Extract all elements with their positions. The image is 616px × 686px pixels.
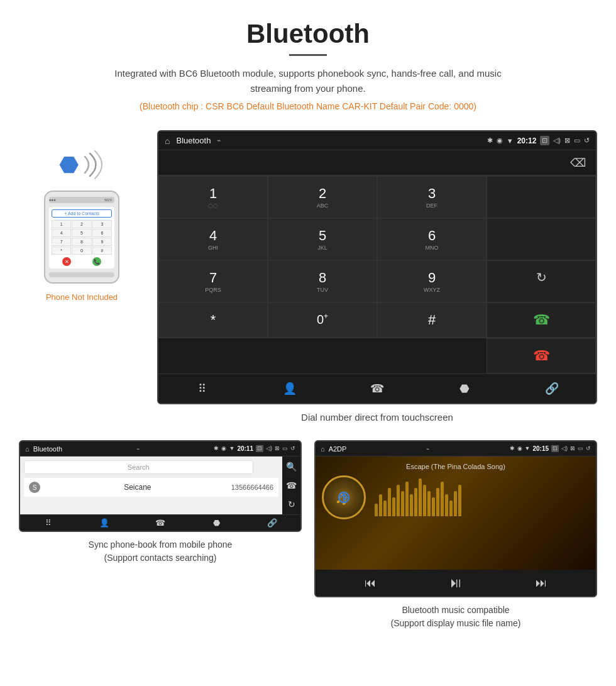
- dial-key-hash[interactable]: #: [377, 302, 487, 338]
- bottom-screenshots: ⌂ Bluetooth ⌁ ✱ ◉ ▼ 20:11 ⊡ ◁) ⊠ ▭ ↺: [0, 440, 616, 630]
- phonebook-status-icons: ✱ ◉ ▼ 20:11 ⊡ ◁) ⊠ ▭ ↺: [214, 445, 295, 452]
- dial-key-2[interactable]: 2 ABC: [268, 176, 377, 218]
- music-controls: ⏮ ⏯ ⏭: [316, 570, 596, 596]
- prev-track-button[interactable]: ⏮: [365, 577, 376, 590]
- music-visualizer: [372, 479, 590, 516]
- nav-phone-icon[interactable]: ☎: [333, 379, 421, 398]
- phone-home-bar: [49, 272, 114, 277]
- dialpad-grid: 1 ◌◌ 2 ABC 3 DEF 4 GHI 5: [158, 175, 596, 338]
- page-title: Bluetooth: [13, 19, 603, 49]
- bluetooth-large-icon: ⬣: [59, 152, 79, 178]
- pb-nav-dialpad[interactable]: ⠿: [20, 518, 76, 528]
- phonebook-home-icon[interactable]: ⌂: [25, 445, 30, 453]
- viz-bar: [383, 501, 387, 516]
- phone-device: ●●● M25 + Add to Contacts 1 2 3 4 5 6 7 …: [44, 191, 119, 284]
- pb-screen-icon: ▭: [282, 445, 288, 452]
- phone-screen: + Add to Contacts 1 2 3 4 5 6 7 8 9 * 0 …: [49, 207, 114, 268]
- ms-cam-icon: ⊡: [551, 445, 559, 452]
- nav-contacts-icon[interactable]: 👤: [246, 379, 333, 398]
- ms-vol-icon: ◁): [561, 445, 568, 452]
- ms-loc-icon: ◉: [517, 445, 522, 452]
- music-album-art: ♫: [322, 475, 366, 519]
- dial-key-7[interactable]: 7 PQRS: [158, 260, 268, 302]
- music-status-bar: ⌂ A2DP ⌁ ✱ ◉ ▼ 20:15 ⊡ ◁) ⊠ ▭ ↺: [316, 441, 596, 456]
- status-time: 20:12: [517, 136, 537, 145]
- viz-bar: [436, 488, 439, 516]
- back-icon[interactable]: ↺: [584, 136, 590, 145]
- usb-icon: ⌁: [217, 136, 221, 145]
- viz-bar: [427, 491, 431, 516]
- dial-key-8[interactable]: 8 TUV: [268, 260, 377, 302]
- phone-call-btn: 📞: [92, 257, 101, 266]
- pb-nav-bluetooth[interactable]: ⬣: [189, 518, 245, 528]
- dial-key-0[interactable]: 0+: [268, 302, 377, 338]
- phonebook-status-bar: ⌂ Bluetooth ⌁ ✱ ◉ ▼ 20:11 ⊡ ◁) ⊠ ▭ ↺: [20, 441, 300, 456]
- ms-close-icon[interactable]: ⊠: [570, 445, 575, 452]
- dial-key-6[interactable]: 6 MNO: [377, 218, 487, 260]
- viz-bar: [441, 482, 444, 516]
- page-subtitle: Integrated with BC6 Bluetooth module, su…: [94, 66, 522, 96]
- phonebook-screenshot-block: ⌂ Bluetooth ⌁ ✱ ◉ ▼ 20:11 ⊡ ◁) ⊠ ▭ ↺: [19, 440, 302, 630]
- next-track-button[interactable]: ⏭: [536, 577, 547, 590]
- pb-close-icon[interactable]: ⊠: [275, 445, 280, 452]
- call-red-button[interactable]: ☎: [487, 338, 596, 373]
- pb-cam-icon: ⊡: [256, 445, 263, 452]
- dial-key-3[interactable]: 3 DEF: [377, 176, 487, 218]
- dial-key-4[interactable]: 4 GHI: [158, 218, 268, 260]
- play-pause-button[interactable]: ⏯: [449, 575, 463, 591]
- contact-letter-avatar: S: [29, 482, 40, 493]
- phone-right-icon[interactable]: ☎: [286, 480, 297, 490]
- phonebook-layout: Search S Seicane 13566664466 🔍 ☎ ↻: [20, 456, 300, 514]
- bottom-nav-bar: ⠿ 👤 ☎ ⬣ 🔗: [158, 373, 596, 403]
- dial-key-5[interactable]: 5 JKL: [268, 218, 377, 260]
- viz-bar: [432, 497, 435, 516]
- backspace-button[interactable]: ⌫: [570, 156, 586, 170]
- music-home-icon[interactable]: ⌂: [321, 445, 325, 453]
- dial-key-star[interactable]: *: [158, 302, 268, 338]
- wifi-waves-icon: [80, 149, 105, 180]
- search-right-icon[interactable]: 🔍: [286, 462, 297, 472]
- nav-bluetooth-icon[interactable]: ⬣: [421, 379, 509, 398]
- signal-icon: ▼: [507, 137, 514, 145]
- pb-back-icon[interactable]: ↺: [290, 445, 295, 452]
- viz-bar: [392, 497, 395, 516]
- nav-link-icon[interactable]: 🔗: [509, 379, 596, 398]
- viz-bar: [454, 491, 457, 516]
- pb-nav-link[interactable]: 🔗: [245, 518, 300, 528]
- home-icon[interactable]: ⌂: [165, 136, 170, 146]
- music-note-icon: ♫: [333, 487, 355, 509]
- volume-icon: ◁): [553, 136, 561, 145]
- viz-bar: [388, 488, 391, 516]
- music-title: A2DP: [329, 445, 347, 453]
- music-caption: Bluetooth music compatible(Support displ…: [314, 604, 597, 630]
- pb-signal-icon: ▼: [229, 445, 234, 452]
- phone-status-bar: ●●● M25: [49, 197, 114, 203]
- music-usb-icon: ⌁: [426, 446, 429, 452]
- phonebook-search-bar[interactable]: Search: [24, 460, 253, 474]
- pb-nav-phone[interactable]: ☎: [132, 518, 188, 528]
- phone-not-included-label: Phone Not Included: [46, 292, 118, 302]
- refresh-right-icon[interactable]: ↻: [288, 499, 295, 509]
- location-icon: ◉: [497, 136, 503, 145]
- page-specs: (Bluetooth chip : CSR BC6 Default Blueto…: [13, 101, 603, 111]
- viz-bar: [458, 485, 461, 516]
- dial-key-1[interactable]: 1 ◌◌: [158, 176, 268, 218]
- ms-back-icon[interactable]: ↺: [586, 445, 591, 452]
- call-green-button[interactable]: ☎: [487, 302, 596, 338]
- main-caption: Dial number direct from touchscreen: [157, 404, 597, 434]
- bluetooth-illustration: ⬣: [59, 149, 105, 180]
- dial-screen-title: Bluetooth: [176, 136, 211, 145]
- phonebook-time: 20:11: [237, 445, 253, 452]
- dial-key-refresh[interactable]: ↻: [487, 260, 596, 302]
- phonebook-usb-icon: ⌁: [136, 446, 140, 452]
- status-icons: ✱ ◉ ▼ 20:12 ⊡ ◁) ⊠ ▭ ↺: [487, 136, 590, 145]
- music-screenshot-block: ⌂ A2DP ⌁ ✱ ◉ ▼ 20:15 ⊡ ◁) ⊠ ▭ ↺ Escape (…: [314, 440, 597, 630]
- music-song-title: Escape (The Pina Colada Song): [322, 463, 590, 470]
- dial-key-9[interactable]: 9 WXYZ: [377, 260, 487, 302]
- viz-bar: [401, 491, 404, 516]
- viz-bar: [449, 501, 453, 516]
- close-icon[interactable]: ⊠: [564, 136, 570, 145]
- nav-dialpad-icon[interactable]: ⠿: [158, 379, 246, 398]
- phonebook-bottom-nav: ⠿ 👤 ☎ ⬣ 🔗: [20, 514, 300, 531]
- pb-nav-contacts[interactable]: 👤: [76, 518, 132, 528]
